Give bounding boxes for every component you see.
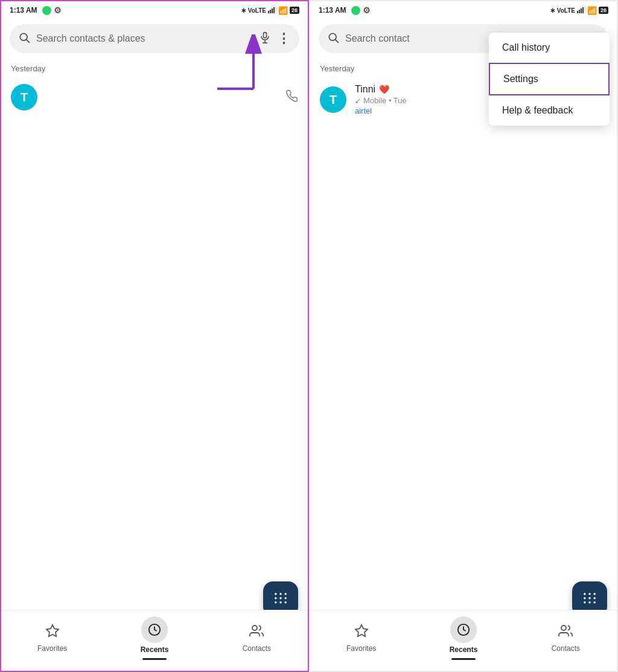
heart-emoji: ❤️ xyxy=(379,85,389,94)
time-left: 1:13 AM xyxy=(10,6,37,14)
recents-pill-right xyxy=(450,616,477,643)
dropdown-help-feedback[interactable]: Help & feedback xyxy=(489,95,610,126)
nav-recents-right[interactable]: Recents xyxy=(412,616,514,660)
settings-gear-right: ⚙ xyxy=(363,5,371,15)
active-indicator-left xyxy=(142,658,167,660)
svg-rect-2 xyxy=(272,8,273,13)
bars-icon-right xyxy=(577,6,585,14)
bluetooth-icon-right: ∗ xyxy=(550,7,555,14)
svg-point-25 xyxy=(252,626,257,630)
status-time-left: 1:13 AM ⚙ xyxy=(10,5,62,15)
left-screen: 1:13 AM ⚙ ∗ VoLTE 📶 26 Search contacts & xyxy=(0,0,309,672)
nav-contacts-left[interactable]: Contacts xyxy=(206,624,308,653)
favorites-label-right: Favorites xyxy=(346,644,376,653)
call-item-left[interactable]: T xyxy=(1,77,308,118)
search-icon-right xyxy=(327,31,339,46)
search-bar-left[interactable]: Search contacts & places ⋮ xyxy=(1,18,308,58)
svg-line-6 xyxy=(27,39,30,42)
status-bar-left: 1:13 AM ⚙ ∗ VoLTE 📶 26 xyxy=(1,1,308,18)
recents-pill-left xyxy=(141,616,168,643)
svg-point-18 xyxy=(279,597,282,600)
svg-point-17 xyxy=(275,597,277,600)
section-label-left: Yesterday xyxy=(1,58,308,77)
svg-point-14 xyxy=(275,593,277,595)
wifi-icon-left: 📶 xyxy=(278,6,288,15)
search-icon-left xyxy=(18,31,30,46)
phone-icon-left[interactable] xyxy=(285,89,298,106)
svg-rect-3 xyxy=(273,7,275,13)
nav-recents-left[interactable]: Recents xyxy=(103,616,205,660)
bluetooth-icon: ∗ xyxy=(241,7,246,14)
svg-point-39 xyxy=(584,601,586,604)
favorites-icon-left xyxy=(45,624,60,642)
svg-point-36 xyxy=(584,597,586,600)
nav-contacts-right[interactable]: Contacts xyxy=(515,624,617,653)
signal-icons-right: VoLTE xyxy=(557,7,575,14)
dropdown-menu: Call history Settings Help & feedback xyxy=(489,33,610,126)
svg-line-32 xyxy=(336,39,339,42)
svg-point-34 xyxy=(588,593,591,595)
svg-point-16 xyxy=(284,593,287,595)
recents-label-right: Recents xyxy=(450,645,478,654)
svg-point-37 xyxy=(588,597,591,600)
status-bar-right: 1:13 AM ⚙ ∗ VoLTE 📶 26 xyxy=(310,1,617,18)
contacts-icon-left xyxy=(249,624,264,642)
status-icons-right: ∗ VoLTE 📶 26 xyxy=(550,6,608,15)
avatar-left: T xyxy=(11,84,37,110)
svg-point-33 xyxy=(584,593,586,595)
svg-point-44 xyxy=(561,626,566,630)
svg-rect-27 xyxy=(579,10,580,13)
svg-rect-29 xyxy=(582,7,584,13)
dropdown-settings[interactable]: Settings xyxy=(489,63,610,95)
svg-point-40 xyxy=(588,601,591,604)
bottom-nav-right: Favorites Recents Contacts xyxy=(310,610,617,671)
whatsapp-icon-right xyxy=(351,6,360,15)
contacts-label-right: Contacts xyxy=(552,644,580,653)
svg-rect-28 xyxy=(581,8,582,13)
bottom-nav-left: Favorites Recents Contacts xyxy=(1,610,308,671)
search-placeholder-right: Search contact xyxy=(345,33,512,44)
svg-point-21 xyxy=(279,601,282,604)
avatar-right: T xyxy=(320,86,346,113)
svg-point-19 xyxy=(284,597,287,600)
right-screen: 1:13 AM ⚙ ∗ VoLTE 📶 26 Search contact xyxy=(309,0,618,672)
whatsapp-icon-left xyxy=(42,6,51,15)
svg-marker-23 xyxy=(46,625,59,636)
svg-rect-7 xyxy=(264,32,267,37)
svg-rect-30 xyxy=(584,6,585,13)
search-placeholder-left: Search contacts & places xyxy=(36,33,253,44)
svg-point-35 xyxy=(593,593,596,595)
call-arrow-icon: ↙ xyxy=(355,97,361,105)
svg-marker-42 xyxy=(355,625,368,636)
svg-rect-1 xyxy=(270,10,271,13)
status-time-right: 1:13 AM ⚙ xyxy=(319,5,371,15)
dropdown-call-history[interactable]: Call history xyxy=(489,33,610,63)
contacts-label-left: Contacts xyxy=(243,644,271,653)
svg-rect-4 xyxy=(275,6,276,13)
nav-favorites-left[interactable]: Favorites xyxy=(1,624,103,653)
svg-point-22 xyxy=(284,601,287,604)
battery-left: 26 xyxy=(290,7,299,14)
svg-rect-0 xyxy=(268,11,269,13)
status-icons-left: ∗ VoLTE 📶 26 xyxy=(241,6,299,15)
contacts-icon-right xyxy=(558,624,573,642)
svg-point-41 xyxy=(593,601,596,604)
favorites-label-left: Favorites xyxy=(37,644,67,653)
screens-container: 1:13 AM ⚙ ∗ VoLTE 📶 26 Search contacts & xyxy=(0,0,618,672)
recents-label-left: Recents xyxy=(141,645,169,654)
wifi-icon-right: 📶 xyxy=(587,6,597,15)
svg-point-15 xyxy=(279,593,282,595)
battery-right: 26 xyxy=(599,7,608,14)
svg-point-20 xyxy=(275,601,277,604)
svg-rect-26 xyxy=(577,11,578,13)
more-options-icon-left[interactable]: ⋮ xyxy=(277,31,291,46)
active-indicator-right xyxy=(451,658,476,660)
favorites-icon-right xyxy=(354,624,369,642)
signal-icons: VoLTE xyxy=(248,7,266,14)
settings-gear-left: ⚙ xyxy=(54,5,62,15)
nav-favorites-right[interactable]: Favorites xyxy=(310,624,412,653)
mic-icon-left[interactable] xyxy=(259,31,271,46)
time-right: 1:13 AM xyxy=(319,6,346,14)
bars-icon xyxy=(268,6,276,14)
svg-point-38 xyxy=(593,597,596,600)
